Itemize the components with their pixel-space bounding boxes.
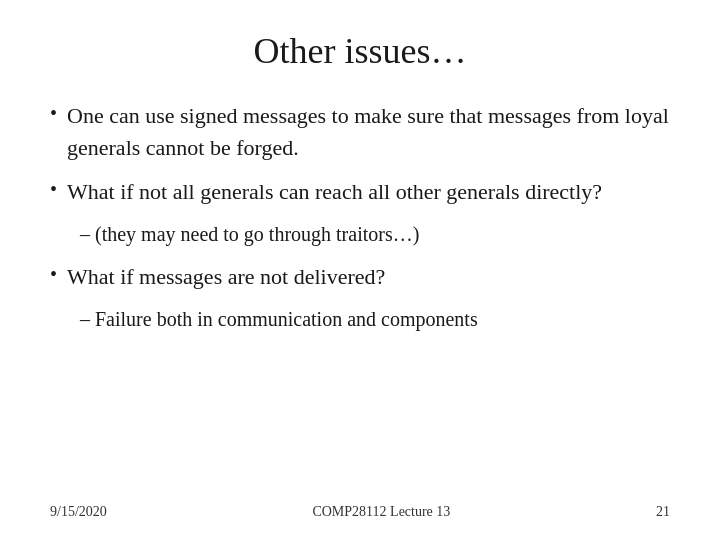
slide-footer: 9/15/2020 COMP28112 Lecture 13 21 — [50, 494, 670, 520]
sub-bullet-text-1: – (they may need to go through traitors…… — [80, 223, 419, 245]
bullet-item-1: • One can use signed messages to make su… — [50, 100, 670, 164]
slide-content: • One can use signed messages to make su… — [50, 100, 670, 494]
slide-title: Other issues… — [50, 30, 670, 72]
bullet-item-3: • What if messages are not delivered? — [50, 261, 670, 293]
bullet-dot-2: • — [50, 178, 57, 201]
footer-course: COMP28112 Lecture 13 — [312, 504, 450, 520]
bullet-text-1: One can use signed messages to make sure… — [67, 100, 670, 164]
sub-bullet-2: – Failure both in communication and comp… — [80, 305, 670, 334]
sub-bullet-1: – (they may need to go through traitors…… — [80, 220, 670, 249]
footer-page: 21 — [656, 504, 670, 520]
bullet-item-2: • What if not all generals can reach all… — [50, 176, 670, 208]
bullet-text-2: What if not all generals can reach all o… — [67, 176, 602, 208]
bullet-dot-1: • — [50, 102, 57, 125]
bullet-text-3: What if messages are not delivered? — [67, 261, 385, 293]
slide: Other issues… • One can use signed messa… — [0, 0, 720, 540]
footer-date: 9/15/2020 — [50, 504, 107, 520]
bullet-dot-3: • — [50, 263, 57, 286]
sub-bullet-text-2: – Failure both in communication and comp… — [80, 308, 478, 330]
